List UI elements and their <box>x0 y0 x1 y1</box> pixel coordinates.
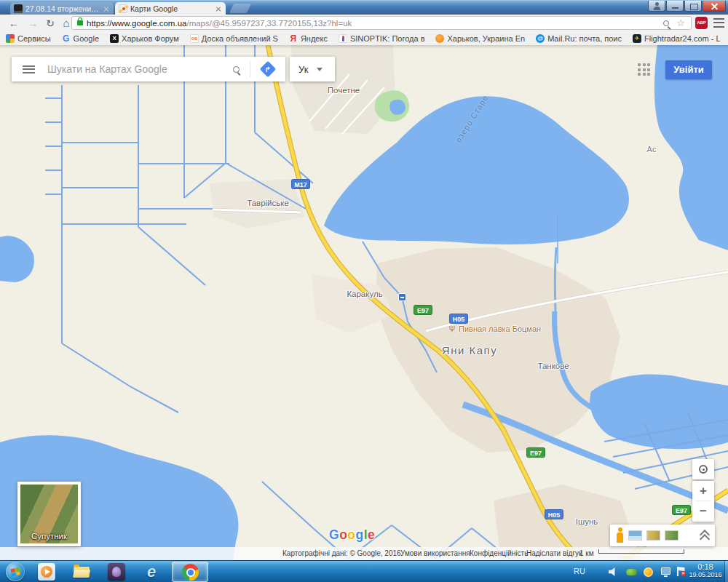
chrome-menu-icon[interactable] <box>713 18 724 28</box>
scale-bar <box>598 549 684 554</box>
maps-favicon <box>119 4 127 13</box>
map-graphics <box>0 45 728 560</box>
tray-icon-orange[interactable] <box>644 567 653 577</box>
bookmarks-bar: Сервисы G Google Х Харьков Форум оа Доск… <box>0 32 728 46</box>
reload-button[interactable] <box>42 16 58 31</box>
language-indicator[interactable]: RU <box>574 567 585 575</box>
map-label-tavriiske: Таврійське <box>247 199 289 207</box>
forward-button[interactable] <box>25 16 41 31</box>
url-path: /maps/@45.9597237,33.7720155,13z?hl=uk <box>186 19 663 28</box>
map-data-copyright: Картографічні дані: © Google, 2016. <box>282 549 403 557</box>
sign-in-button[interactable]: Увійти <box>665 60 712 79</box>
kharkov-forum-favicon: Х <box>110 34 119 43</box>
minimize-button[interactable] <box>666 1 684 12</box>
bookmark-board[interactable]: оа Доска объявлений S <box>190 34 278 43</box>
action-center-flag-icon[interactable]: ✕ <box>677 567 686 576</box>
zoom-in-button[interactable]: + <box>692 481 714 501</box>
map-label-yani-kapu: Яни Капу <box>442 344 497 356</box>
chrome-icon <box>182 564 199 581</box>
mailru-favicon: @ <box>536 34 545 43</box>
desktop: 27.08.14 вторжение вой Карти Google http… <box>0 0 728 582</box>
road-badge-e97-2: Е97 <box>526 447 545 458</box>
google-logo[interactable]: Google <box>329 527 375 543</box>
url-host: https://www.google.com.ua <box>87 19 186 28</box>
close-button[interactable] <box>703 1 726 12</box>
google-apps-grid-icon[interactable] <box>638 63 652 78</box>
adblock-extension-icon[interactable]: ABP <box>695 17 708 29</box>
tab1-close-icon[interactable] <box>103 5 110 12</box>
board-favicon: оа <box>190 34 199 43</box>
bookmark-weather[interactable]: Харьков, Украина En <box>435 34 525 43</box>
language-selector[interactable]: Ук <box>290 57 335 81</box>
taskbar-clock[interactable]: 0:18 19.05.2016 <box>687 562 724 578</box>
search-icon[interactable] <box>233 66 240 73</box>
map-attribution-bar: Картографічні дані: © Google, 2016. Умов… <box>0 547 728 560</box>
bookmark-yandex[interactable]: Я Яндекс <box>289 34 328 43</box>
road-badge-m17: М17 <box>291 179 310 189</box>
new-tab-button[interactable] <box>229 4 251 13</box>
map-label-pochetne: Почетне <box>328 86 360 95</box>
bookmark-kharkov-forum[interactable]: Х Харьков Форум <box>110 34 179 43</box>
tab1-favicon <box>14 4 23 13</box>
tab2-close-icon[interactable] <box>215 5 222 12</box>
flightradar-favicon: ✈ <box>633 34 641 43</box>
directions-button[interactable] <box>250 57 285 81</box>
profile-button[interactable] <box>648 1 665 12</box>
internet-explorer-taskbar-icon[interactable]: e <box>143 563 160 581</box>
app-taskbar-icon[interactable] <box>108 563 125 581</box>
bookmark-sinoptik[interactable]: SINOPTIK: Погода в <box>339 34 425 43</box>
browser-tab-1[interactable]: 27.08.14 вторжение вой <box>10 2 114 15</box>
map-canvas[interactable]: Почетне озеро Старе Ас Таврійське Караку… <box>0 45 728 560</box>
address-bar[interactable]: https://www.google.com.ua /maps/@45.9597… <box>71 16 692 30</box>
road-badge-h05-2: Н05 <box>545 509 563 519</box>
bookmark-services[interactable]: Сервисы <box>6 34 51 43</box>
photo-thumbnail-2[interactable] <box>646 530 660 541</box>
pegman-icon[interactable] <box>616 527 624 543</box>
my-location-button[interactable] <box>692 459 714 479</box>
feedback-link[interactable]: Надіслати відгук <box>526 549 582 557</box>
satellite-toggle[interactable]: Супутник <box>20 485 78 543</box>
tab2-title: Карти Google <box>130 4 212 13</box>
map-label-tankove: Танкове <box>537 362 569 370</box>
location-target-icon <box>699 465 708 474</box>
services-grid-icon <box>6 34 15 43</box>
privacy-link[interactable]: Конфіденційність <box>470 549 528 557</box>
bookmark-star-icon[interactable] <box>676 18 685 28</box>
photo-thumbnail-1[interactable] <box>628 530 642 541</box>
bookmark-mailru[interactable]: @ Mail.Ru: почта, поис <box>536 34 622 43</box>
road-badge-e97-1: Е97 <box>414 305 432 315</box>
maps-search-box[interactable] <box>12 57 285 81</box>
yandex-favicon: Я <box>289 34 298 43</box>
satellite-label: Супутник <box>20 532 78 541</box>
search-input[interactable] <box>46 63 223 76</box>
chrome-taskbar-button-active[interactable] <box>172 562 208 582</box>
show-desktop-button[interactable] <box>724 561 728 582</box>
terms-link[interactable]: Умови використання <box>400 549 470 557</box>
tab1-title: 27.08.14 вторжение вой <box>25 4 100 13</box>
clock-time: 0:18 <box>687 562 724 571</box>
zoom-out-button[interactable]: − <box>692 501 714 521</box>
back-button[interactable] <box>6 16 22 31</box>
poi-label-pivnaya-lavka[interactable]: Пивная лавка Боцман <box>459 324 541 333</box>
tray-icon-green[interactable] <box>626 569 637 575</box>
browser-tab-active[interactable]: Карти Google <box>115 2 226 15</box>
transit-stop-icon[interactable] <box>398 293 406 301</box>
page-zoom-icon[interactable] <box>663 20 669 26</box>
https-lock-icon <box>77 20 83 25</box>
chevron-up-icon[interactable] <box>700 530 709 541</box>
photo-thumbnail-3[interactable] <box>665 530 678 541</box>
weather-sun-icon <box>435 34 444 43</box>
maps-menu-icon[interactable] <box>23 65 35 73</box>
bookmark-flightradar[interactable]: ✈ Flightradar24.com - L <box>633 34 721 43</box>
windows-logo-icon <box>10 567 20 576</box>
media-player-taskbar-icon[interactable] <box>38 563 55 581</box>
maximize-button[interactable] <box>684 1 702 12</box>
restaurant-poi-icon[interactable] <box>449 325 455 333</box>
network-icon[interactable] <box>661 567 670 575</box>
start-button[interactable] <box>6 562 25 581</box>
volume-icon[interactable] <box>609 567 618 576</box>
bookmark-google[interactable]: G Google <box>62 34 99 43</box>
tab-strip: 27.08.14 вторжение вой Карти Google <box>0 0 728 15</box>
explorer-taskbar-icon[interactable] <box>73 563 90 581</box>
scale-label: 1 км <box>579 549 594 557</box>
